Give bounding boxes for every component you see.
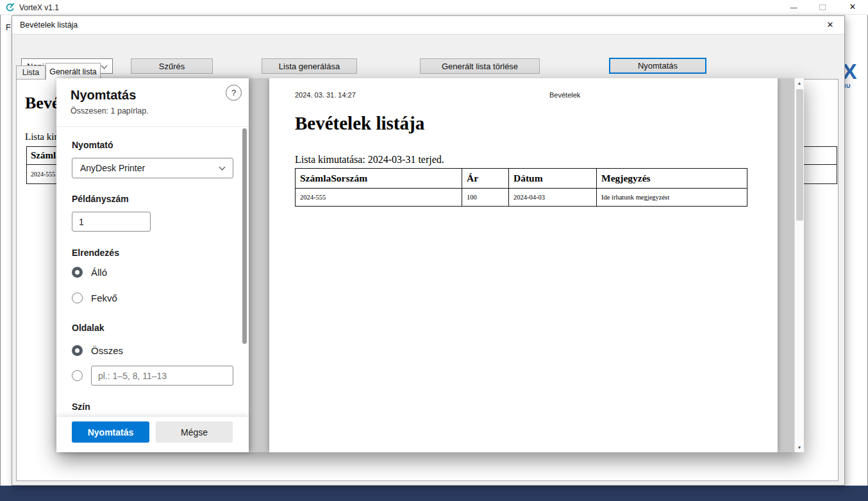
printer-select-value: AnyDesk Printer [80, 163, 145, 173]
print-settings-panel: Nyomtatás Összesen: 1 papírlap. ? Nyomta… [56, 78, 249, 452]
radio-unselected-icon[interactable] [72, 293, 83, 303]
print-settings-body: Nyomtató AnyDesk Printer Példányszám Elr… [56, 127, 249, 417]
print-confirm-button[interactable]: Nyomtatás [72, 421, 149, 443]
pages-option-custom[interactable] [72, 366, 233, 386]
background-text-fragment: F [6, 23, 11, 32]
layout-label: Elrendezés [72, 248, 119, 258]
print-dialog-header: Nyomtatás Összesen: 1 papírlap. ? [56, 78, 249, 127]
page-header-title: Bevételek [549, 91, 580, 99]
copies-input[interactable] [72, 212, 151, 232]
report-toolbar: Napi Szűrés Lista generálása Generált li… [12, 34, 844, 79]
radio-selected-icon[interactable] [72, 345, 83, 356]
layout-option-portrait[interactable]: Álló [72, 264, 107, 280]
filter-button[interactable]: Szűrés [131, 58, 213, 74]
preview-header-cell: Megjegyzés [597, 169, 747, 189]
preview-scrollbar-thumb[interactable] [796, 89, 803, 221]
main-window-bottom-strip [0, 486, 868, 501]
main-window-title: VorteX v1.1 [19, 3, 59, 12]
printer-label: Nyomtató [72, 140, 113, 150]
preview-scrollbar[interactable]: ▲ ▼ [794, 78, 804, 452]
scroll-down-icon[interactable]: ▼ [795, 445, 804, 450]
scroll-up-icon[interactable]: ▲ [795, 81, 804, 85]
preview-data-cell: Ide írhatunk megjegyzést [597, 189, 747, 207]
help-button[interactable]: ? [226, 85, 242, 101]
report-window-title: Bevételek listája [20, 21, 78, 30]
color-label: Szín [72, 402, 90, 412]
app-icon [5, 3, 15, 12]
cancel-button[interactable]: Mégse [156, 421, 233, 443]
layout-option-landscape[interactable]: Fekvő [72, 290, 117, 305]
main-window-titlebar: VorteX v1.1 — ✕ [0, 0, 868, 15]
print-preview-area: 2024. 03. 31. 14:27 Bevételek Bevételek … [249, 78, 804, 452]
pages-option-all[interactable]: Összes [72, 343, 123, 358]
clear-generated-list-button[interactable]: Generált lista törlése [420, 58, 540, 74]
preview-data-cell: 2024-04-03 [509, 189, 597, 207]
preview-table-row: 2024-555 100 2024-04-03 Ide írhatunk meg… [296, 189, 747, 207]
radio-label: Fekvő [91, 293, 117, 303]
print-preview-page: 2024. 03. 31. 14:27 Bevételek Bevételek … [269, 78, 778, 452]
preview-report-subtitle: Lista kimutatása: 2024-03-31 terjed. [295, 154, 444, 166]
radio-unselected-icon[interactable] [72, 370, 83, 381]
close-button-report-window[interactable]: ✕ [824, 20, 837, 30]
print-sheet-summary: Összesen: 1 papírlap. [71, 106, 149, 115]
preview-data-cell: 2024-555 [296, 189, 462, 207]
preview-report-title: Bevételek listája [295, 113, 424, 134]
desktop: VorteX v1.1 — ✕ F X .HU Bevételek listáj… [0, 0, 868, 501]
chevron-down-icon [219, 164, 226, 171]
copies-label: Példányszám [72, 194, 129, 204]
print-button-toolbar[interactable]: Nyomtatás [609, 58, 706, 74]
close-button-main-window[interactable]: ✕ [844, 1, 862, 13]
print-dialog: Nyomtatás Összesen: 1 papírlap. ? Nyomta… [56, 78, 804, 452]
pages-range-input[interactable] [91, 366, 233, 386]
preview-header-cell: SzámlaSorszám [296, 169, 462, 189]
print-dialog-title: Nyomtatás [71, 88, 136, 103]
printer-select[interactable]: AnyDesk Printer [72, 158, 233, 178]
preview-header-cell: Ár [462, 169, 509, 189]
maximize-button[interactable] [819, 4, 826, 10]
minimize-button[interactable]: — [785, 1, 803, 13]
preview-report-table: SzámlaSorszám Ár Dátum Megjegyzés 2024-5… [295, 168, 747, 207]
radio-selected-icon[interactable] [72, 267, 83, 278]
preview-header-cell: Dátum [509, 169, 597, 189]
radio-label: Álló [91, 267, 107, 278]
report-window-titlebar: Bevételek listája ✕ [12, 16, 844, 34]
page-header-datetime: 2024. 03. 31. 14:27 [295, 91, 356, 99]
generate-list-button[interactable]: Lista generálása [262, 58, 357, 74]
radio-label: Összes [91, 345, 123, 356]
preview-data-cell: 100 [462, 189, 509, 207]
pages-label: Oldalak [72, 323, 104, 333]
chevron-down-icon [101, 63, 108, 69]
tab-lista[interactable]: Lista [16, 65, 46, 79]
print-dialog-footer: Nyomtatás Mégse [56, 417, 249, 452]
settings-scrollbar-thumb[interactable] [242, 128, 247, 344]
preview-table-header-row: SzámlaSorszám Ár Dátum Megjegyzés [296, 169, 747, 189]
tab-generalt-lista[interactable]: Generált lista [46, 63, 101, 80]
